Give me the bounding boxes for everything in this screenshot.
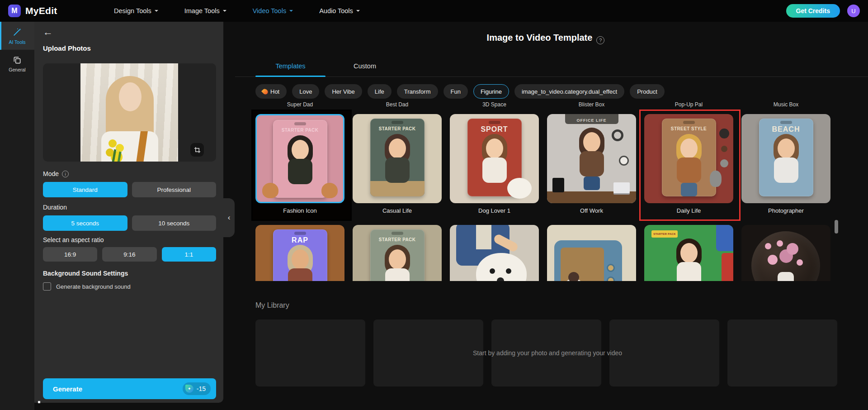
duration-option-5-seconds[interactable]: 5 seconds bbox=[43, 215, 127, 231]
mode-info-icon[interactable]: i bbox=[62, 171, 69, 177]
template-card[interactable] bbox=[450, 225, 539, 281]
chip-label: Product bbox=[637, 88, 657, 95]
sidebar-item-general[interactable]: General bbox=[0, 50, 34, 78]
template-card-label: Fashion Icon bbox=[255, 207, 344, 214]
category-chip-life[interactable]: Life bbox=[368, 84, 392, 99]
mode-option-professional[interactable]: Professional bbox=[132, 182, 217, 197]
top-navbar: M MyEdit Design ToolsImage ToolsVideo To… bbox=[0, 0, 868, 22]
template-card[interactable]: STARTER PACK bbox=[353, 225, 442, 281]
tabs-divider bbox=[235, 76, 868, 77]
chip-label: Figurine bbox=[481, 88, 502, 95]
duration-option-10-seconds[interactable]: 10 seconds bbox=[132, 215, 217, 231]
nav-label: Design Tools bbox=[114, 7, 151, 14]
chevron-down-icon bbox=[289, 10, 293, 12]
nav-design-tools[interactable]: Design Tools bbox=[114, 7, 158, 14]
uploaded-photo bbox=[80, 63, 178, 162]
template-card-label: Blister Box bbox=[547, 101, 636, 108]
category-chip-transform[interactable]: Transform bbox=[397, 84, 438, 99]
nav-label: Audio Tools bbox=[319, 7, 353, 14]
template-card-fashion-icon[interactable]: STARTER PACK bbox=[255, 114, 344, 203]
user-avatar[interactable]: U bbox=[847, 5, 860, 17]
template-card-photographer[interactable]: BEACH bbox=[741, 114, 830, 203]
myedit-logo-icon: M bbox=[8, 5, 21, 17]
chip-label: Hot bbox=[270, 88, 279, 95]
template-grid-row1-labels: Fashion IconCasual LifeDog Lover 1Off Wo… bbox=[255, 207, 830, 214]
duration-label: Duration bbox=[43, 204, 67, 211]
chevron-down-icon bbox=[223, 10, 226, 12]
category-chips: HotLoveHer VibeLifeTransformFunFigurinei… bbox=[255, 84, 665, 99]
grid-scrollbar-thumb[interactable] bbox=[835, 220, 838, 234]
category-chip-hot[interactable]: Hot bbox=[255, 84, 287, 99]
sidebar-item-ai-tools[interactable]: AI Tools bbox=[0, 22, 34, 50]
category-chip-fun[interactable]: Fun bbox=[443, 84, 468, 99]
nav-image-tools[interactable]: Image Tools bbox=[184, 7, 226, 14]
nav-video-tools[interactable]: Video Tools bbox=[253, 7, 293, 14]
template-card[interactable] bbox=[547, 225, 636, 281]
active-tab-underline bbox=[255, 76, 326, 77]
chip-label: image_to_video.category.dual_effect bbox=[522, 88, 617, 95]
template-card[interactable]: STARTER PACK bbox=[644, 225, 733, 281]
nav-label: Image Tools bbox=[184, 7, 220, 14]
template-card-casual-life[interactable]: STARTER PACK bbox=[353, 114, 442, 203]
main-nav: Design ToolsImage ToolsVideo ToolsAudio … bbox=[114, 0, 360, 22]
aspect-option-16-9[interactable]: 16:9 bbox=[43, 247, 97, 262]
nav-audio-tools[interactable]: Audio Tools bbox=[319, 7, 360, 14]
credit-cost-value: -15 bbox=[197, 385, 206, 392]
chip-label: Her Vibe bbox=[332, 88, 354, 95]
duration-options: 5 seconds10 seconds bbox=[43, 215, 216, 231]
page-title: Image to Video Template bbox=[487, 33, 593, 43]
template-grid-row1: STARTER PACKSTARTER PACKSPORTOFFICE LIFE… bbox=[255, 114, 830, 203]
template-card-off-work[interactable]: OFFICE LIFE bbox=[547, 114, 636, 203]
photo-preview[interactable] bbox=[43, 63, 216, 162]
generate-sound-label: Generate background sound bbox=[56, 283, 131, 290]
panel-resize-dot bbox=[38, 401, 40, 403]
template-card-dog-lover-1[interactable]: SPORT bbox=[450, 114, 539, 203]
chip-label: Life bbox=[375, 88, 384, 95]
category-chip-her-vibe[interactable]: Her Vibe bbox=[325, 84, 362, 99]
mode-label: Mode bbox=[43, 170, 59, 177]
template-card-label: Photographer bbox=[741, 207, 830, 214]
upload-photos-heading: Upload Photos bbox=[43, 44, 91, 52]
back-button[interactable]: ← bbox=[43, 27, 53, 37]
template-card[interactable]: RAP bbox=[255, 225, 344, 281]
template-card-label: Pop-Up Pal bbox=[644, 101, 733, 108]
flame-icon bbox=[261, 88, 269, 95]
template-card-label: Super Dad bbox=[255, 101, 344, 108]
myedit-logo[interactable]: M MyEdit bbox=[8, 5, 57, 17]
mode-option-standard[interactable]: Standard bbox=[43, 182, 127, 197]
my-library-heading: My Library bbox=[255, 301, 289, 310]
generate-label: Generate bbox=[53, 385, 82, 393]
generate-sound-checkbox-row[interactable]: Generate background sound bbox=[43, 282, 131, 291]
template-card-label: Best Dad bbox=[353, 101, 442, 108]
sidebar-item-label: AI Tools bbox=[9, 39, 25, 45]
credit-cost-chip: ✦ -15 bbox=[183, 382, 211, 395]
library-empty-text: Start by adding your photo and generatin… bbox=[255, 349, 840, 357]
category-chip-figurine[interactable]: Figurine bbox=[473, 84, 509, 99]
template-card[interactable] bbox=[741, 225, 830, 281]
aspect-option-9-16[interactable]: 9:16 bbox=[102, 247, 156, 262]
panel-collapse-handle[interactable]: ‹ bbox=[223, 198, 235, 237]
tab-custom[interactable]: Custom bbox=[335, 62, 394, 70]
page-title-row: Image to Video Template? bbox=[223, 33, 868, 44]
chevron-down-icon bbox=[356, 10, 360, 12]
get-credits-button[interactable]: Get Credits bbox=[786, 4, 840, 18]
category-chip-image-to-video-category-dual-effect[interactable]: image_to_video.category.dual_effect bbox=[514, 84, 624, 99]
help-icon[interactable]: ? bbox=[596, 36, 604, 44]
copy-squares-icon bbox=[13, 56, 22, 65]
generate-button[interactable]: Generate ✦ -15 bbox=[43, 378, 216, 399]
myedit-logo-text: MyEdit bbox=[25, 5, 57, 16]
template-card-daily-life[interactable]: STREET STYLE bbox=[644, 114, 733, 203]
tab-templates[interactable]: Templates bbox=[255, 62, 326, 70]
sidebar-item-label: General bbox=[9, 67, 25, 72]
generate-sound-checkbox[interactable] bbox=[43, 282, 51, 291]
template-card-label: 3D Space bbox=[450, 101, 539, 108]
category-chip-product[interactable]: Product bbox=[630, 84, 665, 99]
tool-rail: AI ToolsGeneral bbox=[0, 22, 34, 410]
crop-button[interactable] bbox=[190, 143, 204, 157]
chip-label: Transform bbox=[404, 88, 431, 95]
aspect-option-1-1[interactable]: 1:1 bbox=[162, 247, 216, 262]
aspect-ratio-options: 16:99:161:1 bbox=[43, 247, 216, 262]
template-card-label: Daily Life bbox=[644, 207, 733, 214]
category-chip-love[interactable]: Love bbox=[292, 84, 319, 99]
myedit-app: M MyEdit Design ToolsImage ToolsVideo To… bbox=[0, 0, 868, 410]
